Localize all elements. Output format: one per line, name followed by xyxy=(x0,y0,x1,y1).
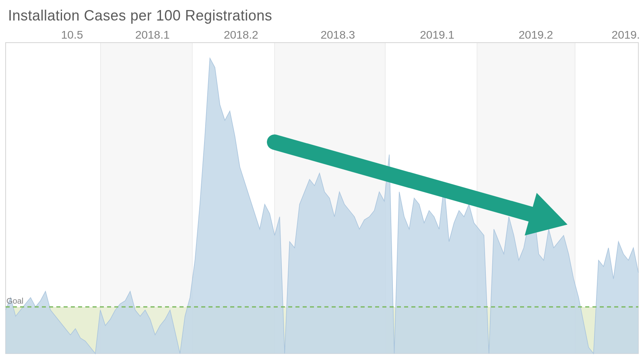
area-chart: Goal10.52018.12018.22018.32019.12019.220… xyxy=(4,27,640,355)
chart-title: Installation Cases per 100 Registrations xyxy=(0,0,644,27)
x-tick-label: 2018.2 xyxy=(224,29,258,41)
x-tick-label: 10.5 xyxy=(61,29,83,41)
x-tick-label: 2018.3 xyxy=(320,29,355,41)
x-tick-label: 2019.2 xyxy=(519,29,553,41)
x-tick-label: 2019.1 xyxy=(420,29,454,41)
x-tick-label: 2018.1 xyxy=(135,29,170,41)
chart-container: Goal10.52018.12018.22018.32019.12019.220… xyxy=(4,27,640,355)
x-tick-label: 2019.3 xyxy=(612,29,640,41)
goal-label: Goal xyxy=(6,296,23,305)
